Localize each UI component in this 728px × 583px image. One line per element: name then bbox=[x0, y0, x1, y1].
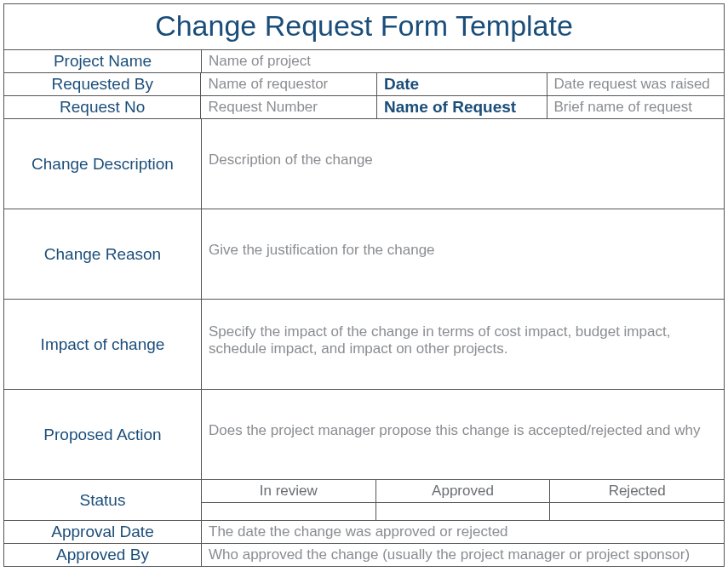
change-request-form: Change Request Form Template Project Nam… bbox=[3, 3, 725, 567]
value-change-description[interactable]: Description of the change bbox=[202, 119, 724, 209]
status-header-row: In review Approved Rejected bbox=[202, 480, 724, 503]
value-project-name[interactable]: Name of project bbox=[202, 50, 724, 72]
row-approved-by: Approved By Who approved the change (usu… bbox=[4, 544, 724, 566]
label-approved-by: Approved By bbox=[4, 544, 202, 566]
row-requested-by: Requested By Name of requestor Date Date… bbox=[4, 73, 724, 96]
row-status: Status In review Approved Rejected bbox=[4, 480, 724, 521]
label-proposed-action: Proposed Action bbox=[4, 390, 202, 479]
status-value-row bbox=[202, 503, 724, 520]
value-request-no[interactable]: Request Number bbox=[201, 96, 377, 118]
value-approved-by[interactable]: Who approved the change (usually the pro… bbox=[202, 544, 724, 566]
label-impact: Impact of change bbox=[4, 300, 202, 389]
status-option-rejected: Rejected bbox=[550, 480, 724, 502]
label-date: Date bbox=[377, 73, 547, 95]
label-change-description: Change Description bbox=[4, 119, 202, 209]
label-request-no: Request No bbox=[4, 96, 201, 118]
row-project-name: Project Name Name of project bbox=[4, 50, 724, 73]
value-date[interactable]: Date request was raised bbox=[547, 73, 725, 95]
form-title: Change Request Form Template bbox=[4, 4, 724, 50]
label-change-reason: Change Reason bbox=[4, 209, 202, 299]
label-project-name: Project Name bbox=[4, 50, 202, 72]
row-change-description: Change Description Description of the ch… bbox=[4, 119, 724, 209]
value-requested-by[interactable]: Name of requestor bbox=[201, 73, 377, 95]
status-option-approved: Approved bbox=[376, 480, 551, 502]
value-change-reason[interactable]: Give the justification for the change bbox=[202, 209, 724, 299]
label-name-of-request: Name of Request bbox=[377, 96, 547, 118]
value-impact[interactable]: Specify the impact of the change in term… bbox=[202, 300, 724, 389]
row-proposed-action: Proposed Action Does the project manager… bbox=[4, 390, 724, 480]
status-option-in-review: In review bbox=[202, 480, 376, 502]
row-impact: Impact of change Specify the impact of t… bbox=[4, 300, 724, 390]
status-cell-rejected[interactable] bbox=[550, 503, 724, 520]
row-approval-date: Approval Date The date the change was ap… bbox=[4, 521, 724, 544]
value-name-of-request[interactable]: Brief name of request bbox=[547, 96, 725, 118]
value-approval-date[interactable]: The date the change was approved or reje… bbox=[202, 521, 724, 543]
row-request-no: Request No Request Number Name of Reques… bbox=[4, 96, 724, 119]
label-requested-by: Requested By bbox=[4, 73, 201, 95]
value-proposed-action[interactable]: Does the project manager propose this ch… bbox=[202, 390, 724, 479]
label-approval-date: Approval Date bbox=[4, 521, 202, 543]
status-cell-in-review[interactable] bbox=[202, 503, 376, 520]
status-cell-approved[interactable] bbox=[376, 503, 551, 520]
label-status: Status bbox=[4, 480, 202, 520]
row-change-reason: Change Reason Give the justification for… bbox=[4, 209, 724, 300]
